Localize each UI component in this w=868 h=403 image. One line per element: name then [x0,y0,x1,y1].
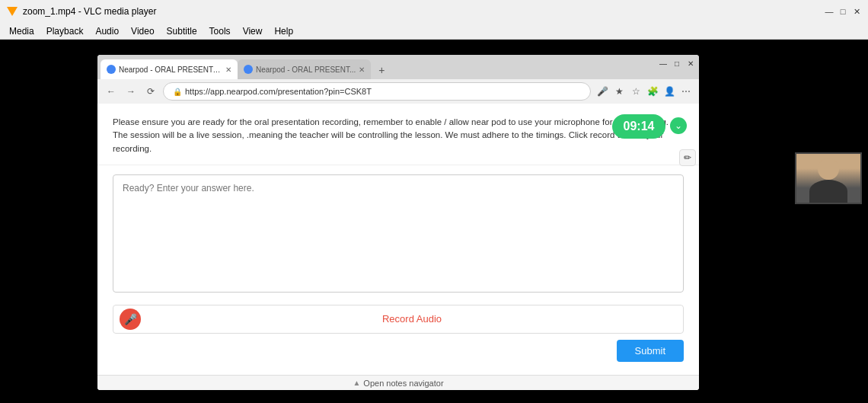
tab-favicon-2 [244,65,253,74]
person-body [809,180,847,203]
tab-favicon-1 [107,65,116,74]
submit-area: Submit [97,334,699,368]
notes-navigator[interactable]: ▲ Open notes navigator [97,375,699,390]
menu-subtitle[interactable]: Subtitle [162,24,202,38]
browser-content: Please ensure you are ready for the oral… [97,104,699,390]
notes-nav-label: Open notes navigator [363,379,443,388]
vlc-titlebar: zoom_1.mp4 - VLC media player — □ ✕ [0,0,868,23]
browser-window-controls: — □ ✕ [658,58,696,69]
timer-chevron-icon[interactable]: ⌄ [670,117,687,134]
back-button[interactable]: ← [104,84,119,99]
person-head [818,158,839,180]
instruction-area: Please ensure you are ready for the oral… [97,104,699,165]
address-input[interactable]: 🔒 https://app.nearpod.com/presentation?p… [163,82,591,101]
tab-label-2: Nearpod - ORAL PRESENT... [256,66,356,74]
answer-textarea[interactable] [113,174,684,293]
answer-area [97,165,699,305]
microphone-icon[interactable]: 🎤 [595,85,609,98]
record-audio-bar: 🎤 Record Audio [113,305,684,334]
timer-badge: 09:14 [612,114,665,139]
webcam-preview [795,152,862,204]
menu-help[interactable]: Help [270,24,298,38]
browser-restore-button[interactable]: □ [672,58,682,69]
tab-label-1: Nearpod - ORAL PRESENTATION ... [119,66,222,74]
more-options-icon[interactable]: ⋯ [679,85,693,98]
tab-close-2[interactable]: ✕ [359,66,365,74]
record-label: Record Audio [147,313,677,325]
address-bar: ← → ⟳ 🔒 https://app.nearpod.com/presenta… [97,79,699,104]
instruction-text: Please ensure you are ready for the oral… [113,116,684,155]
pencil-icon[interactable]: ✏ [679,149,696,166]
menu-tools[interactable]: Tools [205,24,235,38]
vlc-title: zoom_1.mp4 - VLC media player [23,6,824,17]
browser-minimize-button[interactable]: — [658,58,669,69]
minimize-button[interactable]: — [824,6,834,17]
menu-playback[interactable]: Playback [42,24,88,38]
refresh-button[interactable]: ⟳ [143,84,158,99]
menu-media[interactable]: Media [5,24,39,38]
browser-window: Nearpod - ORAL PRESENTATION ... ✕ Nearpo… [97,55,699,390]
forward-button[interactable]: → [123,84,139,99]
lock-icon: 🔒 [173,88,182,96]
extensions-icon[interactable]: 🧩 [646,85,659,98]
webcam-person [796,154,860,203]
tab-close-1[interactable]: ✕ [225,66,231,74]
caret-up-icon: ▲ [353,379,360,387]
bookmark-icon[interactable]: ★ [612,85,626,98]
profile-icon[interactable]: 👤 [662,85,676,98]
menu-audio[interactable]: Audio [91,24,123,38]
maximize-button[interactable]: □ [838,6,848,17]
submit-button[interactable]: Submit [617,340,684,362]
tab-add-button[interactable]: + [372,61,391,79]
close-button[interactable]: ✕ [851,6,862,17]
bookmark-star-icon[interactable]: ☆ [629,85,643,98]
browser-toolbar-icons: 🎤 ★ ☆ 🧩 👤 ⋯ [595,85,693,98]
browser-tab-1[interactable]: Nearpod - ORAL PRESENTATION ... ✕ [101,59,238,79]
menu-view[interactable]: View [238,24,267,38]
window-controls: — □ ✕ [824,6,862,17]
vlc-menubar: Media Playback Audio Video Subtitle Tool… [0,23,868,40]
browser-tab-2[interactable]: Nearpod - ORAL PRESENT... ✕ [238,59,371,79]
menu-video[interactable]: Video [126,24,158,38]
microphone-button[interactable]: 🎤 [120,309,141,330]
main-area: Nearpod - ORAL PRESENTATION ... ✕ Nearpo… [0,40,868,403]
tab-bar: Nearpod - ORAL PRESENTATION ... ✕ Nearpo… [97,55,699,79]
browser-close-button[interactable]: ✕ [685,58,696,69]
address-url: https://app.nearpod.com/presentation?pin… [185,87,372,96]
vlc-icon [6,5,18,18]
